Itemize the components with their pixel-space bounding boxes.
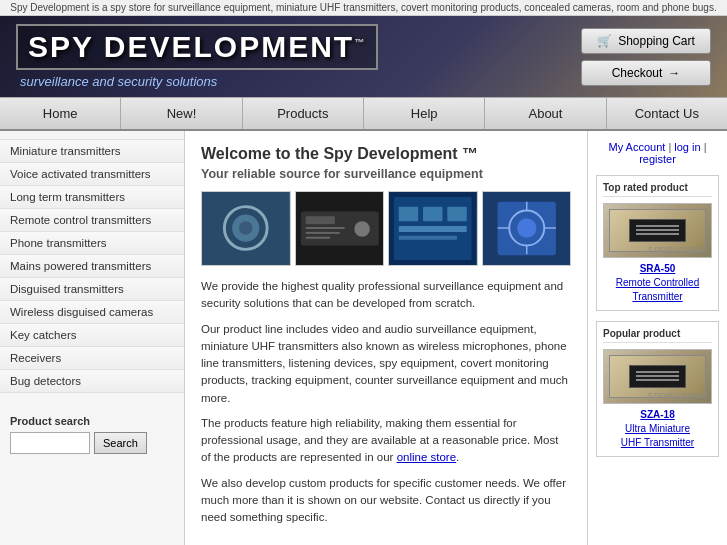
top-rated-label[interactable]: SRA-50 Remote ControlledTransmitter — [603, 262, 712, 304]
navbar: Home New! Products Help About Contact Us — [0, 97, 727, 131]
page-title: Welcome to the Spy Development ™ — [201, 145, 571, 163]
strip-image-2 — [295, 191, 385, 266]
svg-rect-13 — [399, 207, 418, 222]
main: Miniature transmitters Voice activated t… — [0, 131, 727, 545]
sidebar-miniature-transmitters[interactable]: Miniature transmitters — [0, 139, 184, 163]
nav-home[interactable]: Home — [0, 98, 121, 129]
search-row: Search — [10, 432, 174, 454]
svg-rect-8 — [305, 232, 339, 234]
svg-rect-16 — [399, 226, 467, 232]
popular-product-box: Popular product S DEVELOPMENT SZA-18 Ult… — [596, 321, 719, 457]
popular-label[interactable]: SZA-18 Ultra MiniatureUHF Transmitter — [603, 408, 712, 450]
register-link[interactable]: register — [639, 153, 676, 165]
image-strip — [201, 191, 571, 266]
checkout-button[interactable]: Checkout → — [581, 60, 711, 86]
nav-contact[interactable]: Contact Us — [607, 98, 727, 129]
sidebar-mains-powered[interactable]: Mains powered transmitters — [0, 255, 184, 278]
sidebar-remote-control[interactable]: Remote control transmitters — [0, 209, 184, 232]
search-input[interactable] — [10, 432, 90, 454]
tagline: surveillance and security solutions — [16, 74, 378, 89]
content-para-1: We provide the highest quality professio… — [201, 278, 571, 313]
topbar: Spy Development is a spy store for surve… — [0, 0, 727, 16]
nav-help[interactable]: Help — [364, 98, 485, 129]
nav-products[interactable]: Products — [243, 98, 364, 129]
online-store-link[interactable]: online store — [397, 451, 456, 463]
svg-rect-9 — [305, 237, 329, 239]
svg-point-10 — [354, 221, 370, 237]
sidebar-disguised-transmitters[interactable]: Disguised transmitters — [0, 278, 184, 301]
strip-image-4 — [482, 191, 572, 266]
topbar-text: Spy Development is a spy store for surve… — [10, 2, 716, 13]
logo-area: SPY DEVELOPMENT™ surveillance and securi… — [16, 24, 378, 89]
right-sidebar: My Account | log in | register Top rated… — [587, 131, 727, 545]
nav-new[interactable]: New! — [121, 98, 242, 129]
sidebar: Miniature transmitters Voice activated t… — [0, 131, 185, 545]
content-para-2: Our product line includes video and audi… — [201, 321, 571, 407]
page-subtitle: Your reliable source for surveillance eq… — [201, 167, 571, 181]
sidebar-receivers[interactable]: Receivers — [0, 347, 184, 370]
strip-image-3 — [388, 191, 478, 266]
top-rated-image: S DEVELOPMENT — [603, 203, 712, 258]
login-link[interactable]: log in — [674, 141, 700, 153]
sidebar-long-term[interactable]: Long term transmitters — [0, 186, 184, 209]
svg-rect-6 — [305, 216, 334, 224]
svg-point-3 — [239, 221, 253, 235]
svg-rect-17 — [399, 236, 457, 240]
separator-2: | — [704, 141, 707, 153]
sidebar-phone-transmitters[interactable]: Phone transmitters — [0, 232, 184, 255]
popular-product-name: Ultra MiniatureUHF Transmitter — [621, 423, 694, 448]
header: SPY DEVELOPMENT™ surveillance and securi… — [0, 16, 727, 97]
cart-icon: 🛒 — [597, 34, 612, 48]
popular-title: Popular product — [603, 328, 712, 343]
popular-image: S DEVELOPMENT — [603, 349, 712, 404]
content-para-3: The products feature high reliability, m… — [201, 415, 571, 467]
strip-image-1 — [201, 191, 291, 266]
svg-point-21 — [517, 218, 536, 237]
search-button[interactable]: Search — [94, 432, 147, 454]
svg-rect-15 — [447, 207, 466, 222]
header-buttons: 🛒 Shopping Cart Checkout → — [581, 28, 711, 86]
shopping-cart-button[interactable]: 🛒 Shopping Cart — [581, 28, 711, 54]
svg-rect-14 — [423, 207, 442, 222]
sidebar-voice-activated[interactable]: Voice activated transmitters — [0, 163, 184, 186]
sidebar-bug-detectors[interactable]: Bug detectors — [0, 370, 184, 393]
top-rated-product-name: Remote ControlledTransmitter — [616, 277, 699, 302]
myaccount-row: My Account | log in | register — [596, 141, 719, 165]
sidebar-key-catchers[interactable]: Key catchers — [0, 324, 184, 347]
logo: SPY DEVELOPMENT™ — [16, 24, 378, 70]
top-rated-title: Top rated product — [603, 182, 712, 197]
nav-about[interactable]: About — [485, 98, 606, 129]
content: Welcome to the Spy Development ™ Your re… — [185, 131, 587, 545]
arrow-icon: → — [668, 66, 680, 80]
search-label: Product search — [10, 415, 174, 427]
svg-rect-7 — [305, 227, 344, 229]
top-rated-product-box: Top rated product S DEVELOPMENT SRA-50 R… — [596, 175, 719, 311]
my-account-link[interactable]: My Account — [608, 141, 665, 153]
product-search: Product search Search — [0, 403, 184, 462]
sidebar-wireless-cameras[interactable]: Wireless disguised cameras — [0, 301, 184, 324]
content-para-4: We also develop custom products for spec… — [201, 475, 571, 527]
